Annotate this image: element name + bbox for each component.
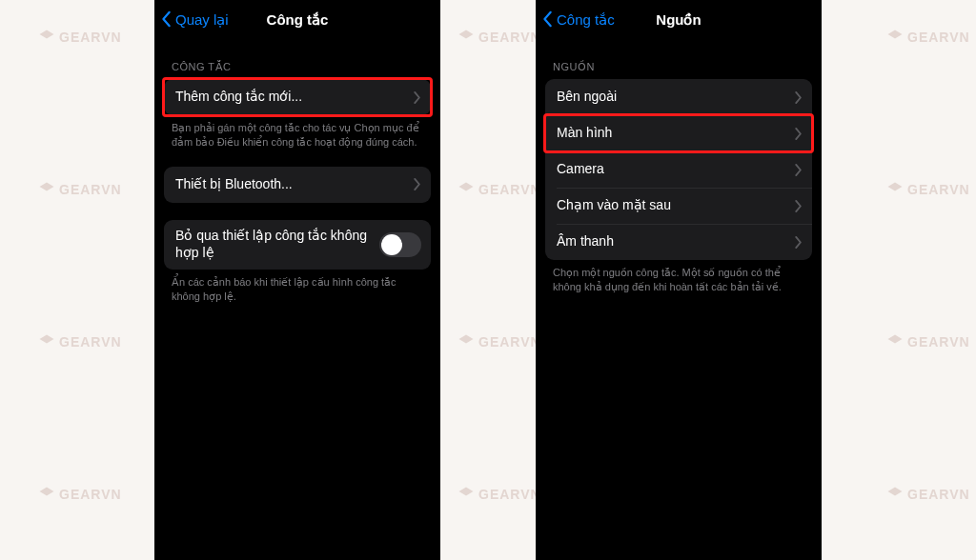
- chevron-left-icon: [541, 10, 555, 30]
- group-sources: Bên ngoài Màn hình Camera Chạm vào mặt s…: [545, 79, 812, 260]
- chevron-right-icon: [795, 128, 803, 140]
- row-bluetooth[interactable]: Thiết bị Bluetooth...: [164, 167, 431, 203]
- section-header: NGUỒN: [536, 40, 822, 79]
- back-label: Quay lại: [175, 11, 229, 29]
- phone-right: Công tắc Nguồn NGUỒN Bên ngoài Màn hình …: [536, 0, 822, 560]
- toggle-ignore[interactable]: [379, 232, 421, 257]
- row-label: Thêm công tắc mới...: [175, 89, 414, 106]
- row-label: Bỏ qua thiết lập công tắc không hợp lệ: [175, 228, 379, 261]
- chevron-right-icon: [414, 91, 421, 104]
- row-source-camera[interactable]: Camera: [545, 151, 812, 188]
- row-label: Camera: [557, 161, 795, 178]
- chevron-left-icon: [160, 10, 173, 30]
- row-label: Chạm vào mặt sau: [557, 197, 795, 214]
- phone-left: Quay lại Công tắc CÔNG TẮC Thêm công tắc…: [154, 0, 440, 560]
- footer-note: Chọn một nguồn công tắc. Một số nguồn có…: [536, 260, 822, 294]
- group-bluetooth: Thiết bị Bluetooth...: [164, 167, 431, 203]
- page-title: Công tắc: [267, 11, 329, 29]
- navbar: Quay lại Công tắc: [154, 0, 440, 40]
- row-label: Âm thanh: [557, 233, 795, 250]
- back-label: Công tắc: [557, 11, 615, 29]
- row-source-external[interactable]: Bên ngoài: [545, 79, 812, 115]
- row-ignore-invalid[interactable]: Bỏ qua thiết lập công tắc không hợp lệ: [164, 220, 431, 270]
- row-label: Bên ngoài: [557, 89, 795, 106]
- navbar: Công tắc Nguồn: [536, 0, 822, 40]
- footer-note: Ẩn các cảnh báo khi thiết lập cấu hình c…: [154, 270, 440, 304]
- row-add-switch[interactable]: Thêm công tắc mới...: [164, 79, 431, 115]
- chevron-right-icon: [795, 164, 803, 176]
- row-source-sound[interactable]: Âm thanh: [545, 224, 812, 260]
- back-button[interactable]: Quay lại: [160, 0, 229, 40]
- group-ignore: Bỏ qua thiết lập công tắc không hợp lệ: [164, 220, 431, 270]
- footer-note: Bạn phải gán một công tắc cho tác vụ Chọ…: [154, 115, 440, 150]
- row-source-screen[interactable]: Màn hình: [545, 115, 812, 151]
- chevron-right-icon: [795, 236, 803, 249]
- chevron-right-icon: [414, 178, 421, 190]
- row-label: Thiết bị Bluetooth...: [175, 176, 414, 193]
- group-add-switch: Thêm công tắc mới...: [164, 79, 431, 115]
- section-header: CÔNG TẮC: [154, 40, 440, 79]
- page-title: Nguồn: [656, 11, 701, 29]
- row-source-backtap[interactable]: Chạm vào mặt sau: [545, 188, 812, 224]
- row-label: Màn hình: [557, 125, 795, 142]
- chevron-right-icon: [795, 91, 803, 104]
- back-button[interactable]: Công tắc: [541, 0, 615, 40]
- chevron-right-icon: [795, 200, 803, 212]
